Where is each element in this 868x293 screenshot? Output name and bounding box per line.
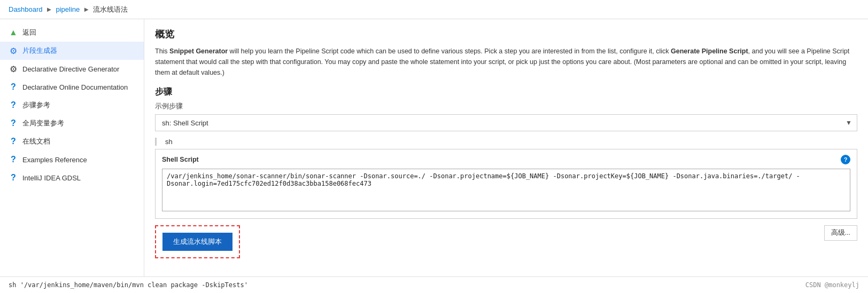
sidebar-item-intellij-gdsl[interactable]: ? IntelliJ IDEA GDSL (0, 169, 144, 187)
sidebar-item-return-label: 返回 (22, 28, 36, 37)
csdn-watermark: CSDN @monkeylj (805, 281, 859, 289)
help-icon-script[interactable]: ? (841, 155, 850, 164)
overview-title: 概览 (155, 28, 857, 41)
step-dropdown[interactable]: sh: Shell Script (155, 114, 857, 131)
sidebar-item-examples-reference-label: Examples Reference (22, 156, 87, 164)
sidebar-item-examples-reference[interactable]: ? Examples Reference (0, 151, 144, 169)
breadcrumb-bar: Dashboard ► pipeline ► 流水线语法 (0, 0, 868, 19)
sidebar-item-snippet-generator[interactable]: ⚙ 片段生成器 (0, 42, 144, 60)
sidebar-item-declarative-online-doc[interactable]: ? Declarative Online Documentation (0, 78, 144, 96)
sidebar-item-step-reference[interactable]: ? 步骤参考 (0, 96, 144, 114)
overview-text: This Snippet Generator will help you lea… (155, 46, 857, 78)
sidebar-item-snippet-label: 片段生成器 (22, 46, 57, 56)
sidebar-item-global-variable[interactable]: ? 全局变量参考 (0, 114, 144, 132)
button-section: 生成流水线脚本 (155, 225, 240, 258)
help-icon-1: ? (9, 82, 18, 92)
overview-bold-1: Snippet Generator (169, 47, 228, 55)
generate-pipeline-script-button[interactable]: 生成流水线脚本 (162, 233, 232, 251)
sidebar-item-intellij-gdsl-label: IntelliJ IDEA GDSL (22, 174, 81, 182)
overview-text-1: This (155, 47, 169, 55)
button-row: 高级... 生成流水线脚本 (155, 225, 857, 265)
breadcrumb-sep-1: ► (46, 5, 53, 13)
sidebar-item-declarative-directive[interactable]: ⚙ Declarative Directive Generator (0, 60, 144, 78)
breadcrumb-current: 流水线语法 (93, 5, 128, 14)
textarea-wrap (162, 169, 850, 213)
sample-steps-label: 示例步骤 (155, 102, 857, 111)
shell-script-label-row: Shell Script ? (162, 155, 850, 164)
content-area: 概览 This Snippet Generator will help you … (144, 19, 868, 276)
bottom-sh-command: sh '/var/jenkins_home/maven/bin/mvn clea… (9, 281, 248, 289)
overview-text-2: will help you learn the Pipeline Script … (228, 47, 671, 55)
step-dropdown-wrap: sh: Shell Script ▼ (155, 114, 857, 131)
sidebar-item-step-reference-label: 步骤参考 (22, 100, 50, 110)
breadcrumb-pipeline[interactable]: pipeline (56, 5, 80, 13)
shell-script-label-text: Shell Script (162, 156, 199, 163)
breadcrumb-dashboard[interactable]: Dashboard (9, 5, 43, 13)
sidebar: ▲ 返回 ⚙ 片段生成器 ⚙ Declarative Directive Gen… (0, 19, 144, 276)
shell-script-section: Shell Script ? (155, 149, 857, 219)
sidebar-item-declarative-directive-label: Declarative Directive Generator (22, 65, 119, 73)
breadcrumb-sep-2: ► (83, 5, 90, 13)
sidebar-item-online-doc[interactable]: ? 在线文档 (0, 132, 144, 151)
sidebar-item-declarative-online-doc-label: Declarative Online Documentation (22, 83, 128, 91)
help-icon-6: ? (9, 173, 18, 183)
sh-label-section: sh (155, 138, 857, 146)
help-icon-5: ? (9, 155, 18, 164)
sidebar-item-online-doc-label: 在线文档 (22, 137, 50, 146)
arrow-up-icon: ▲ (9, 28, 18, 37)
steps-title: 步骤 (155, 86, 857, 98)
sidebar-item-global-variable-label: 全局变量参考 (22, 118, 64, 128)
help-icon-4: ? (9, 137, 18, 146)
main-layout: ▲ 返回 ⚙ 片段生成器 ⚙ Declarative Directive Gen… (0, 19, 868, 276)
gear-icon-directive: ⚙ (9, 64, 18, 74)
overview-bold-2: Generate Pipeline Script (671, 47, 748, 55)
sidebar-item-return[interactable]: ▲ 返回 (0, 23, 144, 42)
bottom-sh-bar: sh '/var/jenkins_home/maven/bin/mvn clea… (0, 276, 868, 293)
help-icon-3: ? (9, 118, 18, 128)
script-textarea[interactable] (162, 169, 850, 211)
help-icon-2: ? (9, 100, 18, 110)
sh-label: sh (161, 138, 857, 146)
gear-icon-active: ⚙ (9, 46, 18, 56)
advanced-button[interactable]: 高级... (824, 225, 857, 241)
